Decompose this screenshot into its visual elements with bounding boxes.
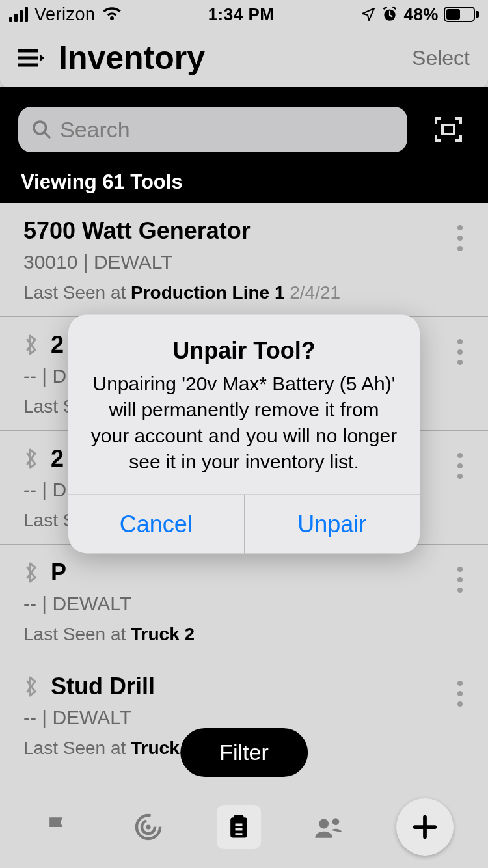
unpair-alert: Unpair Tool? Unpairing '20v Max* Battery… — [68, 315, 420, 554]
alert-message: Unpairing '20v Max* Battery (5 Ah)' will… — [68, 371, 420, 495]
unpair-button[interactable]: Unpair — [245, 495, 420, 554]
cancel-button[interactable]: Cancel — [68, 495, 245, 554]
alert-title: Unpair Tool? — [68, 315, 420, 371]
